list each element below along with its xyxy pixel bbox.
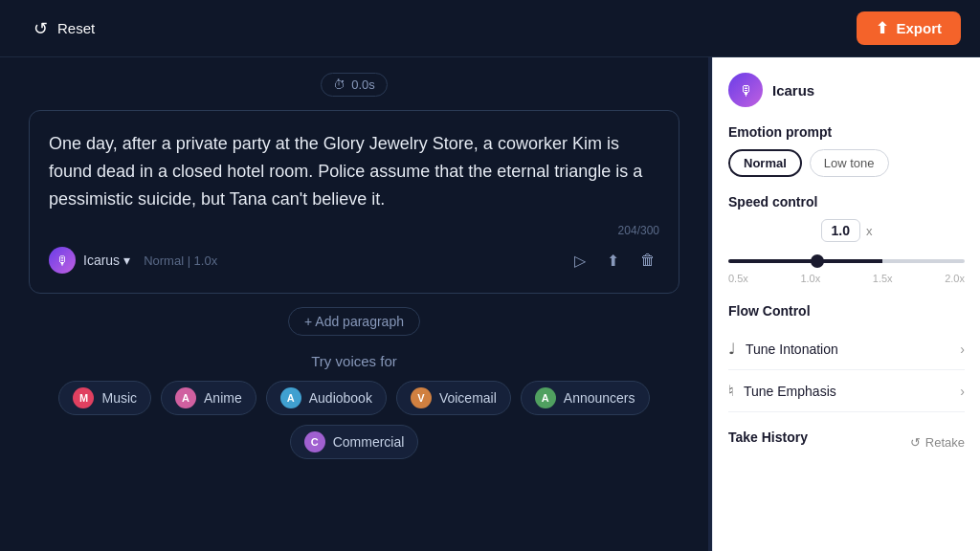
reset-label: Reset [57, 20, 95, 36]
speed-label: 1.0x [800, 273, 820, 284]
take-history-title: Take History [728, 430, 808, 445]
chevron-right-icon: › [960, 342, 965, 357]
flow-item-tune-emphasis[interactable]: ♮ Tune Emphasis › [728, 370, 965, 412]
download-button[interactable]: ⬆ [603, 250, 623, 272]
announcers-avatar: A [535, 387, 556, 408]
voicemail-avatar: V [411, 387, 432, 408]
text-footer: 🎙 Icarus ▾ Normal | 1.0x ▷ ⬆ 🗑 [49, 247, 659, 274]
dropdown-arrow-icon: ▾ [123, 253, 130, 268]
speed-value: 1.0 [821, 219, 860, 242]
announcers-label: Announcers [564, 390, 635, 406]
flow-item-left: ♩ Tune Intonation [728, 340, 838, 358]
delete-button[interactable]: 🗑 [636, 250, 659, 272]
try-voices-label: Try voices for [311, 353, 396, 369]
panel-avatar: 🎙 [728, 73, 763, 107]
emotion-prompt-title: Emotion prompt [728, 124, 965, 140]
emotion-section: Emotion prompt NormalLow tone [728, 124, 965, 177]
voice-chip-audiobook[interactable]: AAudiobook [266, 381, 387, 415]
flow-items: ♩ Tune Intonation › ♮ Tune Emphasis › [728, 328, 965, 412]
header: ↺ Reset ⬆ Export [0, 0, 980, 57]
commercial-label: Commercial [333, 434, 405, 450]
voice-chip-announcers[interactable]: AAnnouncers [521, 381, 650, 415]
text-actions: ▷ ⬆ 🗑 [570, 250, 659, 272]
tune-emphasis-label: Tune Emphasis [744, 384, 836, 399]
play-button[interactable]: ▷ [570, 250, 590, 272]
emotion-buttons: NormalLow tone [728, 149, 965, 177]
export-icon: ⬆ [876, 19, 888, 37]
commercial-avatar: C [304, 431, 325, 452]
emotion-btn-low_tone[interactable]: Low tone [810, 149, 889, 177]
speed-control-title: Speed control [728, 194, 965, 209]
speed-label: 1.5x [873, 273, 893, 284]
text-block: One day, after a private party at the Gl… [29, 110, 679, 294]
flow-item-tune-intonation[interactable]: ♩ Tune Intonation › [728, 328, 965, 370]
music-avatar: M [73, 387, 94, 408]
export-button[interactable]: ⬆ Export [857, 11, 961, 45]
tune-intonation-icon: ♩ [728, 340, 736, 358]
timer-badge: ⏱ 0.0s [321, 73, 388, 97]
main-layout: ⏱ 0.0s One day, after a private party at… [0, 57, 980, 551]
flow-control-title: Flow Control [728, 303, 965, 319]
speed-section: Speed control 1.0 x 0.5x1.0x1.5x2.0x [728, 194, 965, 284]
speed-label: 0.5x [728, 273, 748, 284]
retake-icon: ↺ [910, 435, 921, 450]
timer-icon: ⏱ [333, 77, 345, 92]
emotion-btn-normal[interactable]: Normal [728, 149, 802, 177]
voice-info: 🎙 Icarus ▾ Normal | 1.0x [49, 247, 217, 274]
audiobook-label: Audiobook [309, 390, 372, 406]
reset-button[interactable]: ↺ Reset [19, 13, 106, 44]
tune-emphasis-icon: ♮ [728, 382, 734, 400]
flow-item-left: ♮ Tune Emphasis [728, 382, 836, 400]
voice-name-label[interactable]: Icarus ▾ [83, 253, 130, 268]
avatar: 🎙 [49, 247, 76, 274]
add-paragraph-label: + Add paragraph [304, 314, 404, 329]
chevron-right-icon: › [960, 384, 965, 399]
voice-chips-container: MMusicAAnimeAAudiobookVVoicemailAAnnounc… [23, 381, 685, 459]
retake-label: Retake [925, 435, 965, 450]
export-label: Export [896, 20, 942, 36]
voice-chip-music[interactable]: MMusic [58, 381, 151, 415]
voice-chip-anime[interactable]: AAnime [161, 381, 256, 415]
text-content: One day, after a private party at the Gl… [49, 130, 659, 212]
panel-voice-header: 🎙 Icarus [728, 73, 965, 107]
char-count: 204/300 [49, 224, 659, 237]
speed-label: 2.0x [945, 273, 965, 284]
speed-slider-container [728, 250, 965, 267]
right-panel: 🎙 Icarus Emotion prompt NormalLow tone S… [712, 57, 980, 551]
anime-avatar: A [175, 387, 196, 408]
flow-section: Flow Control ♩ Tune Intonation › ♮ Tune … [728, 303, 965, 412]
speed-labels: 0.5x1.0x1.5x2.0x [728, 273, 965, 284]
left-panel: ⏱ 0.0s One day, after a private party at… [0, 57, 708, 551]
speed-display: 1.0 x [728, 219, 965, 242]
tune-intonation-label: Tune Intonation [746, 342, 838, 357]
voice-chip-voicemail[interactable]: VVoicemail [396, 381, 511, 415]
take-history-header: Take History ↺ Retake [728, 430, 965, 454]
anime-label: Anime [204, 390, 242, 406]
voice-meta: Normal | 1.0x [144, 253, 217, 268]
add-paragraph-button[interactable]: + Add paragraph [288, 307, 420, 336]
reset-icon: ↺ [31, 19, 50, 38]
retake-button[interactable]: ↺ Retake [910, 435, 965, 450]
speed-slider[interactable] [728, 259, 965, 263]
timer-value: 0.0s [351, 77, 375, 92]
take-history-section: Take History ↺ Retake [728, 430, 965, 454]
panel-voice-name: Icarus [772, 82, 814, 99]
voice-chip-commercial[interactable]: CCommercial [290, 425, 419, 459]
music-label: Music [101, 390, 137, 406]
voicemail-label: Voicemail [439, 390, 497, 406]
audiobook-avatar: A [280, 387, 301, 408]
speed-unit: x [866, 224, 873, 238]
